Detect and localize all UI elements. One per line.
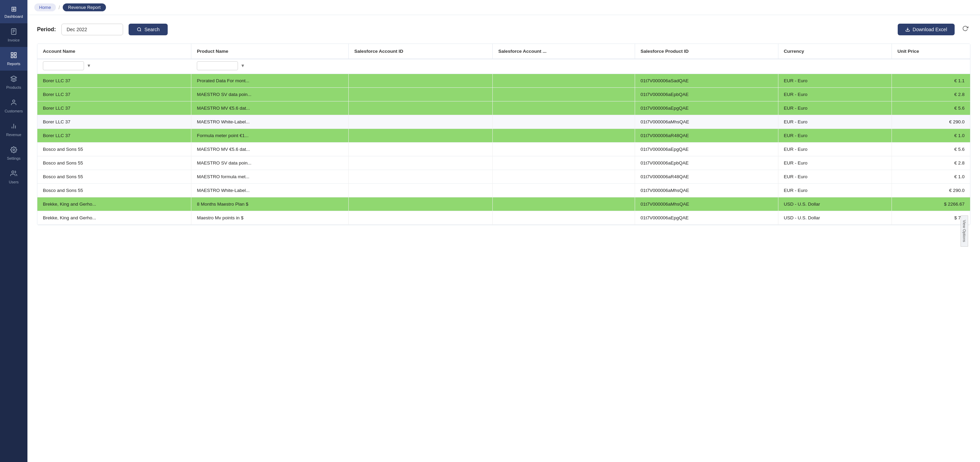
- table-row[interactable]: Bosco and Sons 55MAESTRO formula met...0…: [37, 170, 970, 184]
- svg-point-9: [13, 100, 15, 102]
- table-cell: [493, 197, 635, 211]
- table-cell: 01t7V000006aR48QAE: [635, 129, 778, 143]
- settings-icon: [10, 146, 17, 155]
- table-cell: 01t7V000006aMhsQAE: [635, 197, 778, 211]
- table-cell: USD - U.S. Dollar: [778, 211, 892, 225]
- sidebar-item-products[interactable]: Products: [0, 71, 27, 94]
- table-cell: MAESTRO MV €5.6 dat...: [191, 143, 349, 156]
- period-input[interactable]: [61, 24, 123, 35]
- main-area: Home / Revenue Report Period: Search Dow…: [27, 0, 980, 462]
- table-cell: [349, 115, 493, 129]
- table-cell: Borer LLC 37: [37, 88, 191, 102]
- download-excel-button[interactable]: Download Excel: [898, 24, 955, 35]
- table-cell: [349, 102, 493, 115]
- table-cell: 01t7V000006aR48QAE: [635, 170, 778, 184]
- filter-account-input[interactable]: [43, 61, 84, 70]
- col-sf-account-other[interactable]: Salesforce Account ...: [493, 44, 635, 59]
- table-header-row: Account Name Product Name Salesforce Acc…: [37, 44, 970, 59]
- sidebar-item-label: Reports: [7, 62, 21, 66]
- customers-icon: [10, 99, 17, 108]
- table-cell: EUR - Euro: [778, 143, 892, 156]
- table-row[interactable]: Borer LLC 37MAESTRO MV €5.6 dat...01t7V0…: [37, 102, 970, 115]
- table-cell: 01t7V000006aMhsQAE: [635, 115, 778, 129]
- table-cell: [493, 115, 635, 129]
- revenue-icon: [10, 123, 17, 131]
- sidebar-item-label: Settings: [7, 156, 21, 160]
- col-sf-account-id[interactable]: Salesforce Account ID: [349, 44, 493, 59]
- filter-currency-cell: [778, 59, 892, 74]
- table-cell: Borer LLC 37: [37, 102, 191, 115]
- table-row[interactable]: Borer LLC 37Prorated Data For mont...01t…: [37, 74, 970, 88]
- filter-unit-price-cell: [892, 59, 970, 74]
- toolbar: Period: Search Download Excel: [37, 23, 970, 35]
- table-cell: € 1.0: [892, 170, 970, 184]
- table-cell: Borer LLC 37: [37, 129, 191, 143]
- filter-product-icon[interactable]: ▼: [241, 63, 245, 68]
- content-area: Period: Search Download Excel Account Na…: [27, 15, 980, 462]
- col-unit-price[interactable]: Unit Price: [892, 44, 970, 59]
- data-table-wrapper: Account Name Product Name Salesforce Acc…: [37, 43, 970, 225]
- col-sf-product-id[interactable]: Salesforce Product ID: [635, 44, 778, 59]
- table-row[interactable]: Bosco and Sons 55MAESTRO MV €5.6 dat...0…: [37, 143, 970, 156]
- sidebar-item-label: Users: [9, 180, 19, 184]
- sidebar-item-customers[interactable]: Customers: [0, 94, 27, 118]
- svg-rect-6: [11, 56, 13, 58]
- table-body: Borer LLC 37Prorated Data For mont...01t…: [37, 74, 970, 225]
- download-icon: [905, 27, 910, 32]
- search-button[interactable]: Search: [129, 24, 168, 35]
- table-row[interactable]: Bosco and Sons 55MAESTRO White-Label...0…: [37, 184, 970, 197]
- table-cell: 01t7V000006aSadQAE: [635, 74, 778, 88]
- sidebar-item-invoice[interactable]: Invoice: [0, 23, 27, 47]
- table-cell: Maestro Mv points in $: [191, 211, 349, 225]
- table-cell: USD - U.S. Dollar: [778, 197, 892, 211]
- table-cell: 01t7V000006aMhsQAE: [635, 184, 778, 197]
- table-cell: $ 7.0: [892, 211, 970, 225]
- users-icon: [10, 170, 17, 179]
- filter-sf-account-other-cell: [493, 59, 635, 74]
- sidebar-item-revenue[interactable]: Revenue: [0, 118, 27, 141]
- refresh-icon: [962, 25, 968, 32]
- col-currency[interactable]: Currency: [778, 44, 892, 59]
- table-row[interactable]: Brekke, King and Gerho...Maestro Mv poin…: [37, 211, 970, 225]
- sidebar-item-reports[interactable]: Reports: [0, 47, 27, 71]
- table-cell: MAESTRO MV €5.6 dat...: [191, 102, 349, 115]
- filter-account-cell: ▼: [37, 59, 191, 74]
- table-cell: Bosco and Sons 55: [37, 143, 191, 156]
- table-cell: € 2.8: [892, 156, 970, 170]
- sidebar-item-dashboard[interactable]: ⊞ Dashboard: [0, 0, 27, 23]
- table-cell: [349, 156, 493, 170]
- search-icon: [137, 27, 142, 32]
- sidebar-item-users[interactable]: Users: [0, 165, 27, 189]
- svg-point-13: [13, 149, 15, 151]
- table-row[interactable]: Borer LLC 37Formula meter point €1...01t…: [37, 129, 970, 143]
- table-cell: [493, 88, 635, 102]
- download-label: Download Excel: [913, 27, 947, 32]
- table-row[interactable]: Bosco and Sons 55MAESTRO SV data poin...…: [37, 156, 970, 170]
- table-cell: [493, 102, 635, 115]
- view-options-panel[interactable]: View Options: [961, 216, 968, 247]
- table-cell: [493, 156, 635, 170]
- filter-account-icon[interactable]: ▼: [87, 63, 91, 68]
- table-cell: [493, 170, 635, 184]
- table-cell: Borer LLC 37: [37, 115, 191, 129]
- table-row[interactable]: Brekke, King and Gerho...8 Months Maestr…: [37, 197, 970, 211]
- table-cell: 8 Months Maestro Plan $: [191, 197, 349, 211]
- table-row[interactable]: Borer LLC 37MAESTRO White-Label...01t7V0…: [37, 115, 970, 129]
- refresh-button[interactable]: [960, 23, 970, 35]
- table-cell: € 290.0: [892, 184, 970, 197]
- table-cell: € 290.0: [892, 115, 970, 129]
- col-account-name[interactable]: Account Name: [37, 44, 191, 59]
- revenue-table: Account Name Product Name Salesforce Acc…: [37, 44, 970, 225]
- filter-product-input[interactable]: [197, 61, 238, 70]
- table-row[interactable]: Borer LLC 37MAESTRO SV data poin...01t7V…: [37, 88, 970, 102]
- breadcrumb-home[interactable]: Home: [34, 3, 56, 11]
- view-options-label: View Options: [963, 220, 967, 242]
- period-label: Period:: [37, 26, 56, 33]
- table-cell: $ 2266.67: [892, 197, 970, 211]
- topbar: Home / Revenue Report: [27, 0, 980, 15]
- col-product-name[interactable]: Product Name: [191, 44, 349, 59]
- svg-rect-4: [11, 53, 13, 55]
- breadcrumb-separator: /: [59, 5, 60, 10]
- table-cell: Bosco and Sons 55: [37, 156, 191, 170]
- sidebar-item-settings[interactable]: Settings: [0, 141, 27, 165]
